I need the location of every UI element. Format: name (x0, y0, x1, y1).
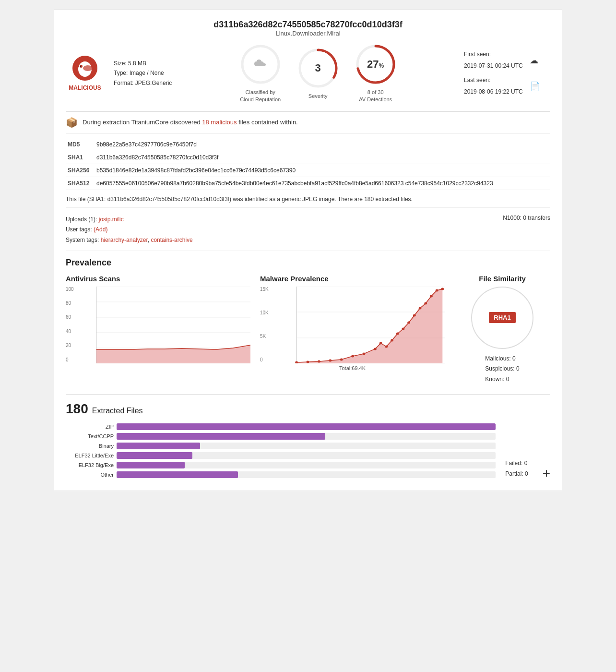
hash-row: MD59b98e22a5e37c42977706c9e76450f7d (66, 138, 550, 151)
plus-button[interactable]: + (543, 466, 550, 481)
svg-point-43 (436, 289, 438, 291)
file-bar-row: Binary (66, 443, 496, 449)
gauges: Classified byCloud Reputation 3 Severity (181, 43, 454, 104)
file-info: Size: 5.8 MB Type: Image / None Format: … (114, 59, 172, 88)
extracted-count: 180 (66, 401, 88, 417)
file-size: Size: 5.8 MB (114, 59, 172, 68)
svg-point-4 (83, 65, 93, 71)
severity-circle: 3 (296, 47, 340, 90)
file-bar-track (117, 471, 496, 478)
system-tag-2[interactable]: contains-archive (151, 237, 192, 243)
hash-row: SHA512de6057555e06100506e790b98a7b60280b… (66, 177, 550, 190)
hash-label: SHA1 (66, 151, 95, 164)
prevalence-title: Prevalence (66, 258, 550, 268)
user-tags-row: User tags: (Add) (66, 225, 193, 235)
severity-label: Severity (308, 93, 328, 100)
svg-point-35 (391, 339, 393, 341)
top-row: MALICIOUS Size: 5.8 MB Type: Image / Non… (66, 43, 550, 104)
malware-title: Malware Prevalence (260, 275, 445, 283)
failed-label: Failed: 0 (505, 458, 528, 469)
file-bar-track (117, 423, 496, 430)
prevalence-section: Prevalence Antivirus Scans 100806040200 (66, 258, 550, 385)
svg-point-42 (430, 295, 433, 297)
hash-value: b535d1846e82de1a39498c87fdafd2bc396e04ec… (95, 164, 550, 177)
file-bar-row: Text/CCPP (66, 433, 496, 440)
header: d311b6a326d82c74550585c78270fcc0d10d3f3f… (66, 20, 550, 37)
malware-y-labels: 15K10K5K0 (260, 287, 269, 363)
extracted-stats: Failed: 0 Partial: 0 (505, 458, 528, 481)
file-bar-row: Other (66, 471, 496, 478)
hash-table: MD59b98e22a5e37c42977706c9e76450f7dSHA1d… (66, 138, 550, 190)
hash-value: de6057555e06100506e790b98a7b60280b9ba75c… (95, 177, 550, 190)
uploads-row: Uploads (1): josip.milic (66, 215, 193, 225)
hash-value: d311b6a326d82c74550585c78270fcc0d10d3f3f (95, 151, 550, 164)
antivirus-svg (66, 287, 250, 363)
uploads-user[interactable]: josip.milic (99, 216, 124, 223)
antivirus-chart: Antivirus Scans 100806040200 (66, 275, 250, 385)
hash-row: SHA256b535d1846e82de1a39498c87fdafd2bc39… (66, 164, 550, 177)
tags-section: Uploads (1): josip.milic User tags: (Add… (66, 215, 550, 251)
malware-chart: Malware Prevalence 15K10K5K0 (260, 275, 445, 385)
threat-name: Linux.Downloader.Mirai (66, 30, 550, 37)
first-seen-value: 2019-07-31 00:24 UTC (464, 60, 523, 72)
dates-info-left: First seen: 2019-07-31 00:24 UTC Last se… (464, 48, 523, 97)
svg-point-30 (351, 355, 354, 357)
hash-value: 9b98e22a5e37c42977706c9e76450f7d (95, 138, 550, 151)
similarity-title: File Similarity (479, 275, 526, 283)
file-bar-fill (117, 452, 192, 459)
first-seen-row: First seen: 2019-07-31 00:24 UTC Last se… (464, 48, 550, 97)
file-bar-label: ELF32 Little/Exe (66, 453, 114, 458)
malicious-badge: MALICIOUS (66, 55, 104, 91)
last-seen-label: Last seen: (464, 74, 523, 86)
hash-title: d311b6a326d82c74550585c78270fcc0d10d3f3f (66, 20, 550, 30)
description: This file (SHA1: d311b6a326d82c74550585c… (66, 196, 550, 208)
av-value: 27% (367, 58, 384, 71)
similarity-circle: RHA1 (471, 287, 533, 349)
svg-point-28 (329, 359, 332, 361)
file-format: Format: JPEG:Generic (114, 78, 172, 88)
dates-section: First seen: 2019-07-31 00:24 UTC Last se… (464, 48, 550, 97)
tags-left: Uploads (1): josip.milic User tags: (Add… (66, 215, 193, 246)
file-bar-track (117, 452, 496, 459)
severity-gauge: 3 Severity (296, 47, 340, 100)
svg-point-44 (441, 288, 444, 290)
file-bar-row: ELF32 Big/Exe (66, 462, 496, 468)
file-bar-row: ZIP (66, 423, 496, 430)
extracted-section: 180 Extracted Files ZIP Text/CCPP Binary… (66, 394, 550, 481)
similarity-suspicious: Suspicious: 0 (485, 364, 519, 374)
malware-chart-area: 15K10K5K0 (260, 287, 445, 363)
hash-label: SHA512 (66, 177, 95, 190)
similarity-known: Known: 0 (485, 374, 519, 385)
system-tags-row: System tags: hierarchy-analyzer, contain… (66, 235, 193, 246)
file-bar-label: Text/CCPP (66, 433, 114, 439)
svg-point-5 (80, 66, 81, 67)
first-seen-label: First seen: (464, 48, 523, 60)
extraction-notice: 📦 During extraction TitaniumCore discove… (66, 111, 550, 133)
similarity-malicious: Malicious: 0 (485, 354, 519, 364)
hash-row: SHA1d311b6a326d82c74550585c78270fcc0d10d… (66, 151, 550, 164)
malicious-link[interactable]: 18 malicious (202, 119, 237, 126)
svg-marker-24 (296, 289, 442, 363)
file-bar-fill (117, 443, 200, 449)
rha-badge: RHA1 (489, 312, 515, 323)
similarity-block: File Similarity RHA1 Malicious: 0 Suspic… (454, 275, 550, 385)
cloud-gauge: Classified byCloud Reputation (239, 43, 282, 104)
file-type: Type: Image / None (114, 68, 172, 78)
svg-point-26 (307, 360, 309, 363)
svg-point-41 (424, 302, 427, 304)
file-bar-label: ELF32 Big/Exe (66, 462, 114, 468)
file-bar-track (117, 443, 496, 449)
extracted-content: ZIP Text/CCPP Binary ELF32 Little/Exe EL… (66, 423, 550, 481)
system-tag-1[interactable]: hierarchy-analyzer (101, 237, 148, 243)
svg-point-40 (419, 307, 422, 309)
n1000-value: 0 transfers (523, 215, 550, 221)
extraction-text-after: files contained within. (237, 119, 298, 126)
svg-point-34 (385, 345, 388, 348)
file-bar-fill (117, 433, 325, 440)
last-seen-value: 2019-08-06 19:22 UTC (464, 86, 523, 97)
system-tags-label: System tags: (66, 237, 99, 243)
svg-point-27 (318, 360, 320, 362)
add-tag-link[interactable]: (Add) (94, 226, 107, 233)
file-bar-fill (117, 462, 185, 468)
extraction-text: During extraction TitaniumCore discovere… (83, 119, 298, 126)
